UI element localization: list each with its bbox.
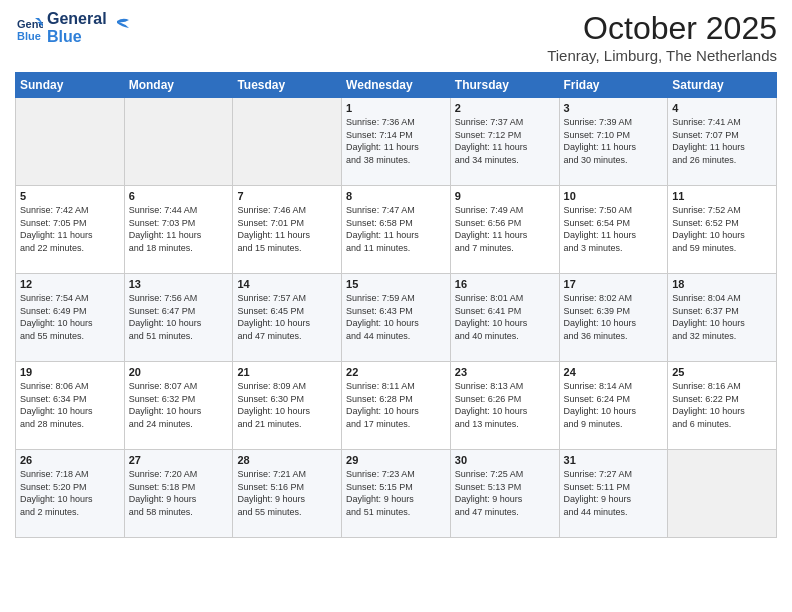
day-number: 23 [455, 366, 555, 378]
day-number: 18 [672, 278, 772, 290]
day-info: Sunrise: 8:07 AM Sunset: 6:32 PM Dayligh… [129, 380, 229, 430]
day-info: Sunrise: 7:50 AM Sunset: 6:54 PM Dayligh… [564, 204, 664, 254]
calendar-week-row: 26Sunrise: 7:18 AM Sunset: 5:20 PM Dayli… [16, 450, 777, 538]
day-info: Sunrise: 7:57 AM Sunset: 6:45 PM Dayligh… [237, 292, 337, 342]
day-number: 4 [672, 102, 772, 114]
day-number: 8 [346, 190, 446, 202]
calendar-cell: 25Sunrise: 8:16 AM Sunset: 6:22 PM Dayli… [668, 362, 777, 450]
day-number: 14 [237, 278, 337, 290]
calendar-week-row: 5Sunrise: 7:42 AM Sunset: 7:05 PM Daylig… [16, 186, 777, 274]
logo-general: General [47, 10, 107, 28]
day-info: Sunrise: 7:36 AM Sunset: 7:14 PM Dayligh… [346, 116, 446, 166]
day-number: 25 [672, 366, 772, 378]
weekday-header: Saturday [668, 73, 777, 98]
calendar-cell: 3Sunrise: 7:39 AM Sunset: 7:10 PM Daylig… [559, 98, 668, 186]
day-number: 2 [455, 102, 555, 114]
day-number: 5 [20, 190, 120, 202]
calendar-cell: 5Sunrise: 7:42 AM Sunset: 7:05 PM Daylig… [16, 186, 125, 274]
day-number: 3 [564, 102, 664, 114]
day-info: Sunrise: 8:14 AM Sunset: 6:24 PM Dayligh… [564, 380, 664, 430]
calendar-cell: 7Sunrise: 7:46 AM Sunset: 7:01 PM Daylig… [233, 186, 342, 274]
calendar-cell: 28Sunrise: 7:21 AM Sunset: 5:16 PM Dayli… [233, 450, 342, 538]
calendar-cell: 17Sunrise: 8:02 AM Sunset: 6:39 PM Dayli… [559, 274, 668, 362]
calendar-cell: 19Sunrise: 8:06 AM Sunset: 6:34 PM Dayli… [16, 362, 125, 450]
logo-bird-icon [109, 15, 131, 37]
calendar-container: General Blue General Blue October 2025 T… [0, 0, 792, 548]
day-info: Sunrise: 7:47 AM Sunset: 6:58 PM Dayligh… [346, 204, 446, 254]
day-info: Sunrise: 7:52 AM Sunset: 6:52 PM Dayligh… [672, 204, 772, 254]
day-number: 20 [129, 366, 229, 378]
calendar-cell: 9Sunrise: 7:49 AM Sunset: 6:56 PM Daylig… [450, 186, 559, 274]
calendar-cell: 16Sunrise: 8:01 AM Sunset: 6:41 PM Dayli… [450, 274, 559, 362]
day-info: Sunrise: 7:23 AM Sunset: 5:15 PM Dayligh… [346, 468, 446, 518]
calendar-cell: 4Sunrise: 7:41 AM Sunset: 7:07 PM Daylig… [668, 98, 777, 186]
title-block: October 2025 Tienray, Limburg, The Nethe… [547, 10, 777, 64]
calendar-cell: 26Sunrise: 7:18 AM Sunset: 5:20 PM Dayli… [16, 450, 125, 538]
day-number: 9 [455, 190, 555, 202]
day-number: 16 [455, 278, 555, 290]
day-number: 12 [20, 278, 120, 290]
day-info: Sunrise: 7:49 AM Sunset: 6:56 PM Dayligh… [455, 204, 555, 254]
day-info: Sunrise: 7:39 AM Sunset: 7:10 PM Dayligh… [564, 116, 664, 166]
weekday-header: Friday [559, 73, 668, 98]
day-number: 7 [237, 190, 337, 202]
calendar-week-row: 1Sunrise: 7:36 AM Sunset: 7:14 PM Daylig… [16, 98, 777, 186]
day-number: 17 [564, 278, 664, 290]
day-info: Sunrise: 7:46 AM Sunset: 7:01 PM Dayligh… [237, 204, 337, 254]
day-info: Sunrise: 7:27 AM Sunset: 5:11 PM Dayligh… [564, 468, 664, 518]
day-number: 28 [237, 454, 337, 466]
calendar-cell: 24Sunrise: 8:14 AM Sunset: 6:24 PM Dayli… [559, 362, 668, 450]
logo: General Blue General Blue [15, 10, 131, 47]
day-info: Sunrise: 7:37 AM Sunset: 7:12 PM Dayligh… [455, 116, 555, 166]
logo-icon: General Blue [15, 14, 43, 42]
day-info: Sunrise: 8:13 AM Sunset: 6:26 PM Dayligh… [455, 380, 555, 430]
day-info: Sunrise: 8:06 AM Sunset: 6:34 PM Dayligh… [20, 380, 120, 430]
day-info: Sunrise: 8:02 AM Sunset: 6:39 PM Dayligh… [564, 292, 664, 342]
calendar-cell: 21Sunrise: 8:09 AM Sunset: 6:30 PM Dayli… [233, 362, 342, 450]
day-info: Sunrise: 7:20 AM Sunset: 5:18 PM Dayligh… [129, 468, 229, 518]
calendar-table: SundayMondayTuesdayWednesdayThursdayFrid… [15, 72, 777, 538]
day-number: 29 [346, 454, 446, 466]
day-info: Sunrise: 8:09 AM Sunset: 6:30 PM Dayligh… [237, 380, 337, 430]
day-info: Sunrise: 7:56 AM Sunset: 6:47 PM Dayligh… [129, 292, 229, 342]
calendar-cell: 27Sunrise: 7:20 AM Sunset: 5:18 PM Dayli… [124, 450, 233, 538]
calendar-cell: 13Sunrise: 7:56 AM Sunset: 6:47 PM Dayli… [124, 274, 233, 362]
day-info: Sunrise: 7:18 AM Sunset: 5:20 PM Dayligh… [20, 468, 120, 518]
calendar-cell: 2Sunrise: 7:37 AM Sunset: 7:12 PM Daylig… [450, 98, 559, 186]
calendar-cell: 22Sunrise: 8:11 AM Sunset: 6:28 PM Dayli… [342, 362, 451, 450]
day-number: 24 [564, 366, 664, 378]
day-number: 21 [237, 366, 337, 378]
day-number: 15 [346, 278, 446, 290]
weekday-header: Wednesday [342, 73, 451, 98]
weekday-header: Sunday [16, 73, 125, 98]
day-number: 22 [346, 366, 446, 378]
calendar-cell [124, 98, 233, 186]
day-number: 26 [20, 454, 120, 466]
calendar-week-row: 19Sunrise: 8:06 AM Sunset: 6:34 PM Dayli… [16, 362, 777, 450]
day-info: Sunrise: 7:54 AM Sunset: 6:49 PM Dayligh… [20, 292, 120, 342]
weekday-header-row: SundayMondayTuesdayWednesdayThursdayFrid… [16, 73, 777, 98]
day-number: 19 [20, 366, 120, 378]
calendar-cell: 20Sunrise: 8:07 AM Sunset: 6:32 PM Dayli… [124, 362, 233, 450]
calendar-cell: 30Sunrise: 7:25 AM Sunset: 5:13 PM Dayli… [450, 450, 559, 538]
calendar-cell: 12Sunrise: 7:54 AM Sunset: 6:49 PM Dayli… [16, 274, 125, 362]
calendar-cell: 6Sunrise: 7:44 AM Sunset: 7:03 PM Daylig… [124, 186, 233, 274]
calendar-cell: 8Sunrise: 7:47 AM Sunset: 6:58 PM Daylig… [342, 186, 451, 274]
day-info: Sunrise: 8:16 AM Sunset: 6:22 PM Dayligh… [672, 380, 772, 430]
day-info: Sunrise: 7:25 AM Sunset: 5:13 PM Dayligh… [455, 468, 555, 518]
calendar-cell [16, 98, 125, 186]
header: General Blue General Blue October 2025 T… [15, 10, 777, 64]
day-info: Sunrise: 8:11 AM Sunset: 6:28 PM Dayligh… [346, 380, 446, 430]
day-number: 11 [672, 190, 772, 202]
calendar-cell: 11Sunrise: 7:52 AM Sunset: 6:52 PM Dayli… [668, 186, 777, 274]
day-number: 27 [129, 454, 229, 466]
day-number: 6 [129, 190, 229, 202]
day-number: 31 [564, 454, 664, 466]
calendar-cell: 31Sunrise: 7:27 AM Sunset: 5:11 PM Dayli… [559, 450, 668, 538]
calendar-cell: 18Sunrise: 8:04 AM Sunset: 6:37 PM Dayli… [668, 274, 777, 362]
calendar-title: October 2025 [547, 10, 777, 47]
day-info: Sunrise: 7:41 AM Sunset: 7:07 PM Dayligh… [672, 116, 772, 166]
day-number: 30 [455, 454, 555, 466]
calendar-week-row: 12Sunrise: 7:54 AM Sunset: 6:49 PM Dayli… [16, 274, 777, 362]
day-number: 10 [564, 190, 664, 202]
